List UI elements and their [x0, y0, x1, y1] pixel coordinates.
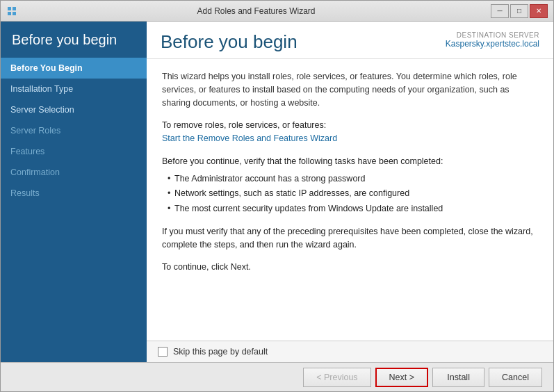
sidebar-item-confirmation: Confirmation [1, 162, 147, 183]
svg-rect-3 [13, 12, 16, 15]
bottom-bar: Skip this page by default [147, 341, 553, 362]
sidebar: Before you begin Before You Begin Instal… [1, 22, 147, 362]
sidebar-item-server-roles: Server Roles [1, 120, 147, 141]
install-button[interactable]: Install [432, 368, 484, 387]
sidebar-header: Before you begin [1, 22, 147, 55]
sidebar-item-server-selection[interactable]: Server Selection [1, 99, 147, 120]
main-panel: Before you begin DESTINATION SERVER Kasp… [147, 22, 553, 362]
sidebar-item-installation-type[interactable]: Installation Type [1, 79, 147, 99]
checkbox-area: Skip this page by default [158, 347, 542, 357]
bullet-list: The Administrator account has a strong p… [168, 172, 538, 215]
skip-checkbox-label: Skip this page by default [173, 347, 268, 357]
cancel-button[interactable]: Cancel [489, 368, 542, 387]
sidebar-item-before-you-begin[interactable]: Before You Begin [1, 58, 147, 79]
previous-button[interactable]: < Previous [303, 368, 370, 387]
bullet-item-3: The most current security updates from W… [168, 202, 538, 215]
footer: < Previous Next > Install Cancel [1, 362, 553, 391]
remove-wizard-link[interactable]: Start the Remove Roles and Features Wiza… [162, 133, 337, 143]
bullet-item-2: Network settings, such as static IP addr… [168, 187, 538, 200]
intro-text: This wizard helps you install roles, rol… [162, 70, 538, 109]
page-title: Before you begin [161, 31, 298, 53]
app-icon [6, 6, 17, 17]
sidebar-item-features: Features [1, 141, 147, 162]
continue-text: To continue, click Next. [162, 261, 538, 274]
prereq-section: If you must verify that any of the prece… [162, 225, 538, 252]
content-area: Before you begin Before You Begin Instal… [1, 22, 553, 362]
prereq-text: If you must verify that any of the prece… [162, 227, 533, 250]
sidebar-item-results: Results [1, 183, 147, 204]
svg-rect-0 [8, 7, 11, 10]
verify-section: Before you continue, verify that the fol… [162, 155, 538, 215]
remove-label: To remove roles, role services, or featu… [162, 120, 326, 130]
destination-label: DESTINATION SERVER [446, 31, 539, 39]
server-name: Kaspersky.xpertstec.local [446, 39, 539, 49]
main-header: Before you begin DESTINATION SERVER Kasp… [147, 22, 553, 59]
remove-section: To remove roles, role services, or featu… [162, 119, 538, 145]
skip-checkbox[interactable] [158, 347, 168, 357]
title-bar: Add Roles and Features Wizard ─ □ ✕ [1, 1, 553, 22]
wizard-window: Add Roles and Features Wizard ─ □ ✕ Befo… [0, 0, 554, 392]
minimize-button[interactable]: ─ [491, 4, 509, 18]
verify-label: Before you continue, verify that the fol… [162, 156, 443, 166]
restore-button[interactable]: □ [510, 4, 528, 18]
next-button[interactable]: Next > [375, 368, 428, 387]
window-title: Add Roles and Features Wizard [22, 6, 491, 16]
destination-server-info: DESTINATION SERVER Kaspersky.xpertstec.l… [446, 31, 539, 49]
bullet-item-1: The Administrator account has a strong p… [168, 172, 538, 186]
close-button[interactable]: ✕ [530, 4, 548, 18]
main-content: This wizard helps you install roles, rol… [147, 59, 553, 341]
sidebar-nav: Before You Begin Installation Type Serve… [1, 58, 147, 204]
svg-rect-1 [13, 7, 16, 10]
svg-rect-2 [8, 12, 11, 15]
window-controls: ─ □ ✕ [491, 4, 548, 18]
